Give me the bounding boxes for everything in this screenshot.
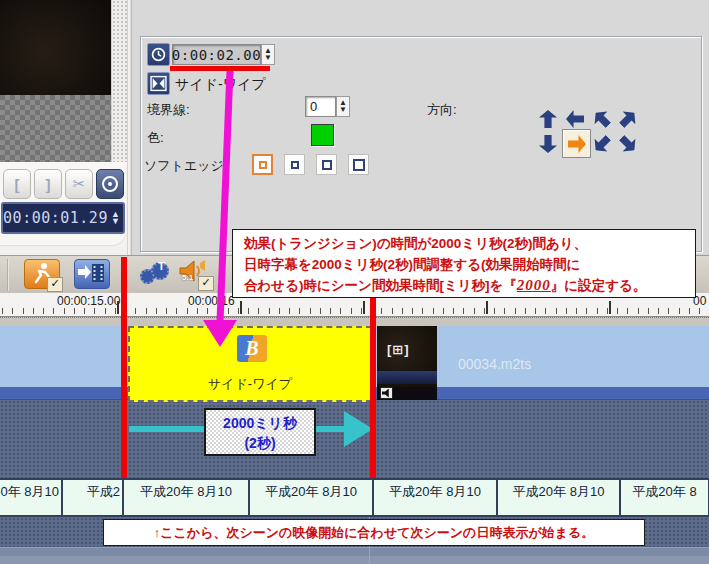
soft-edge-label: ソフトエッジ:: [144, 157, 227, 175]
ruler-tick: [474, 308, 475, 314]
direction-up-left-button[interactable]: [592, 109, 612, 129]
preview-scroll-strip[interactable]: [111, 0, 127, 162]
ruler-tick: [299, 308, 300, 314]
direction-up-right-button[interactable]: [618, 109, 638, 129]
date-cell[interactable]: 平成20年 8: [621, 480, 709, 515]
running-man-icon: ✓: [24, 259, 60, 289]
cut-button[interactable]: ✂: [65, 169, 93, 199]
ruler-tick: [43, 308, 44, 314]
border-color-swatch[interactable]: [311, 124, 334, 146]
clip-thumbnail[interactable]: [⊞]: [377, 326, 437, 387]
ruler-tick: [556, 308, 557, 314]
direction-down-right-button[interactable]: [618, 134, 638, 154]
speaker-icon[interactable]: [380, 387, 393, 399]
transition-duration-input[interactable]: 0:00:02.00: [172, 44, 261, 65]
audio-clip-head: [377, 387, 437, 400]
date-cell[interactable]: 0年 8月10: [0, 480, 63, 515]
soft-edge-0-icon: [259, 161, 267, 169]
ruler-tick: [392, 308, 393, 314]
duration-clock-button[interactable]: [147, 43, 170, 66]
ruler-tick: [361, 308, 362, 314]
ruler-tick: [545, 308, 546, 314]
bottom-callout: ↑ここから、次シーンの映像開始に合わせて次シーンの日時表示が始まる。: [103, 519, 645, 546]
timecode-spinner[interactable]: ▲ ▼: [108, 211, 123, 225]
duration-spinner[interactable]: ▲ ▼: [261, 44, 275, 65]
date-cell[interactable]: 平成20年 8月10: [374, 480, 498, 515]
ruler-tick: [412, 308, 413, 314]
ruler-tick: [135, 308, 136, 314]
ruler-tick: [525, 308, 526, 314]
film-arrow-icon: [74, 259, 110, 289]
transition-icon: [150, 75, 167, 92]
ruler-tick: [94, 308, 95, 314]
spin-down-icon[interactable]: ▼: [339, 107, 347, 113]
transition-clip-selected[interactable]: B サイド-ワイプ: [128, 326, 372, 402]
date-cell[interactable]: 平成20年 8月10: [250, 480, 374, 515]
mark-in-button[interactable]: [: [3, 169, 31, 199]
border-width-input[interactable]: 0: [305, 96, 336, 117]
border-spinner[interactable]: ▲ ▼: [336, 96, 350, 117]
direction-left-button[interactable]: [565, 109, 585, 129]
border-label: 境界線:: [147, 101, 190, 119]
ruler-time-label: 00:00:16: [188, 294, 235, 308]
scene-transition-button[interactable]: [74, 259, 110, 291]
ruler-tick: [2, 308, 3, 314]
red-highlight-underline: [170, 66, 270, 71]
ruler-tick: [105, 308, 106, 314]
transition-start-marker: [121, 257, 127, 478]
direction-up-button[interactable]: [538, 109, 558, 129]
ruler-tick: [166, 308, 167, 314]
mark-out-button[interactable]: ]: [34, 169, 62, 199]
soft-edge-option-2[interactable]: [316, 154, 337, 175]
subtitle-track[interactable]: [0, 400, 709, 478]
ruler-tick: [607, 308, 608, 314]
ruler-tick: [228, 308, 229, 314]
check-badge-icon: ✓: [198, 276, 214, 291]
ruler-tick: [320, 308, 321, 314]
ruler-time-label: 00:00:15.00: [57, 294, 117, 308]
transition-type-button[interactable]: [147, 72, 170, 95]
motion-title-button[interactable]: ✓: [24, 259, 60, 291]
video-clip-name: 00034.m2ts: [458, 356, 531, 372]
callout-line2: 日時字幕を2000ミリ秒(2秒)間調整する(効果開始時間に: [244, 254, 695, 275]
direction-down-button[interactable]: [538, 134, 558, 154]
ruler-tick: [402, 308, 403, 314]
soft-edge-option-1[interactable]: [284, 154, 305, 175]
transition-name-label: サイド-ワイプ: [175, 76, 266, 94]
ruler-tick: [53, 308, 54, 314]
ruler-tick: [115, 308, 116, 314]
date-track[interactable]: 0年 8月10平成2平成20年 8月10平成20年 8月10平成20年 8月10…: [0, 478, 709, 517]
ruler-tick: [617, 308, 618, 314]
arrow-right-icon: [568, 135, 586, 153]
ruler-tick: [504, 308, 505, 314]
spin-down-icon[interactable]: ▼: [111, 218, 120, 225]
callout-line3: 合わせる)時にシーン間効果時間[ミリ秒]を『2000』に設定する。: [244, 275, 695, 296]
explanation-callout: 効果(トランジション)の時間が2000ミリ秒(2秒)間あり、 日時字幕を2000…: [232, 229, 696, 298]
ruler-tick: [648, 308, 649, 314]
video-editor-window: [ ] ✂ 00:00:01.29 ▲ ▼ 0:00:02.00 ▲ ▼: [0, 0, 709, 564]
direction-right-button-selected[interactable]: [562, 129, 591, 158]
preview-timecode[interactable]: 00:00:01.29 ▲ ▼: [1, 202, 125, 234]
capture-button[interactable]: [96, 169, 124, 199]
ruler-tick: [310, 308, 311, 314]
ruler-tick: [269, 308, 270, 314]
date-cell[interactable]: 平成20年 8月10: [498, 480, 621, 515]
direction-down-left-button[interactable]: [592, 134, 612, 154]
ruler-tick: [197, 308, 198, 314]
spin-down-icon[interactable]: ▼: [264, 55, 272, 61]
date-cell[interactable]: 平成2: [63, 480, 124, 515]
mark-out-icon: ]: [46, 176, 51, 193]
soft-edge-option-0[interactable]: [252, 154, 273, 175]
ruler-tick: [586, 308, 587, 314]
ruler-margin-strip: [0, 317, 709, 326]
audio-51-button[interactable]: 5.1 ✓: [176, 259, 214, 291]
date-cell[interactable]: 平成20年 8月10: [124, 480, 250, 515]
ruler-tick: [597, 308, 598, 314]
arrow-down-left-icon: [589, 131, 614, 156]
film-frame-icon: [⊞]: [387, 342, 410, 357]
soft-edge-option-3[interactable]: [348, 154, 369, 175]
ruler-tick: [515, 308, 516, 314]
title-effects-button[interactable]: T: [138, 259, 171, 291]
preview-video-frame: [0, 0, 111, 95]
ruler-tick: [484, 308, 485, 314]
